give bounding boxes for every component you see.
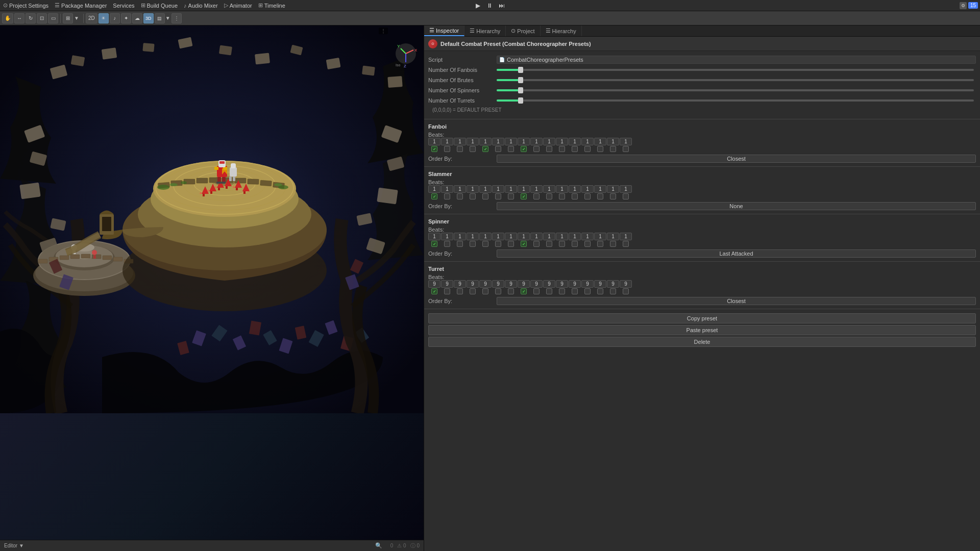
- beat-input[interactable]: 9: [428, 280, 440, 288]
- beat-input[interactable]: 1: [543, 233, 555, 240]
- beat-checkbox[interactable]: ✓: [521, 288, 527, 294]
- beat-checkbox[interactable]: [470, 146, 476, 152]
- beat-input[interactable]: 1: [467, 185, 479, 193]
- turret-order-value[interactable]: Closest: [497, 297, 976, 305]
- beat-checkbox[interactable]: ✓: [521, 146, 527, 152]
- notification-badge[interactable]: 15: [968, 2, 978, 9]
- beat-checkbox[interactable]: [559, 146, 565, 152]
- copy-preset-button[interactable]: Copy preset: [428, 313, 976, 323]
- beat-input[interactable]: 9: [467, 280, 479, 288]
- beat-input[interactable]: 1: [607, 233, 619, 240]
- beat-input[interactable]: 1: [620, 138, 632, 145]
- play-button[interactable]: ▶: [474, 1, 482, 10]
- beat-checkbox[interactable]: [482, 193, 488, 199]
- beat-checkbox[interactable]: [597, 288, 603, 294]
- beat-checkbox[interactable]: [495, 193, 501, 199]
- beat-checkbox[interactable]: [546, 288, 552, 294]
- beat-checkbox[interactable]: ✓: [521, 241, 527, 247]
- beat-input[interactable]: 1: [441, 233, 453, 240]
- step-button[interactable]: ⏭: [497, 1, 507, 10]
- beat-input[interactable]: 1: [607, 138, 619, 145]
- beat-checkbox[interactable]: [572, 193, 578, 199]
- beat-checkbox[interactable]: [508, 241, 514, 247]
- beat-checkbox[interactable]: [610, 288, 616, 294]
- beat-input[interactable]: 1: [492, 233, 504, 240]
- beat-input[interactable]: 1: [518, 138, 530, 145]
- beat-checkbox[interactable]: [584, 193, 591, 199]
- beat-checkbox[interactable]: [584, 288, 591, 294]
- beat-input[interactable]: 1: [505, 233, 517, 240]
- beat-checkbox[interactable]: [444, 241, 450, 247]
- beat-checkbox[interactable]: [546, 241, 552, 247]
- fx-btn[interactable]: ✦: [121, 13, 131, 23]
- beat-input[interactable]: 1: [518, 233, 530, 240]
- brutes-track[interactable]: [497, 79, 974, 81]
- beat-checkbox[interactable]: ✓: [431, 146, 437, 152]
- move-btn[interactable]: ↔: [14, 13, 24, 23]
- lighting-btn[interactable]: ☀: [99, 13, 109, 23]
- beat-input[interactable]: 1: [543, 138, 555, 145]
- 2d-btn[interactable]: 2D: [86, 13, 97, 23]
- beat-input[interactable]: 1: [569, 233, 581, 240]
- beat-input[interactable]: 1: [530, 138, 543, 145]
- beat-checkbox[interactable]: [482, 241, 488, 247]
- beat-checkbox[interactable]: [559, 241, 565, 247]
- menu-build-queue[interactable]: ⊞ Build Queue: [138, 1, 181, 10]
- beat-input[interactable]: 1: [492, 138, 504, 145]
- beat-input[interactable]: 1: [556, 138, 568, 145]
- transform-local-btn[interactable]: ⊞: [63, 13, 73, 23]
- pause-button[interactable]: ⏸: [484, 1, 495, 10]
- beat-input[interactable]: 1: [594, 138, 606, 145]
- beat-input[interactable]: 9: [530, 280, 543, 288]
- beat-input[interactable]: 9: [620, 280, 632, 288]
- beat-input[interactable]: 1: [428, 233, 440, 240]
- menu-project-settings[interactable]: ⊙ Project Settings: [0, 1, 52, 10]
- beat-input[interactable]: 1: [556, 233, 568, 240]
- beat-checkbox[interactable]: [457, 288, 463, 294]
- beat-input[interactable]: 9: [594, 280, 606, 288]
- beat-checkbox[interactable]: [533, 288, 540, 294]
- beat-checkbox[interactable]: [444, 288, 450, 294]
- beat-input[interactable]: 1: [543, 185, 555, 193]
- beat-input[interactable]: 1: [479, 233, 492, 240]
- beat-checkbox[interactable]: [508, 288, 514, 294]
- beat-input[interactable]: 1: [569, 185, 581, 193]
- menu-package-manager[interactable]: ☰ Package Manager: [52, 1, 110, 10]
- beat-checkbox[interactable]: [533, 146, 540, 152]
- beat-checkbox[interactable]: [623, 288, 629, 294]
- beat-checkbox[interactable]: [533, 193, 540, 199]
- beat-input[interactable]: 9: [569, 280, 581, 288]
- beat-checkbox[interactable]: [508, 146, 514, 152]
- beat-input[interactable]: 1: [479, 185, 492, 193]
- beat-input[interactable]: 1: [467, 138, 479, 145]
- beat-input[interactable]: 1: [479, 138, 492, 145]
- more-options-btn[interactable]: ⋮: [172, 13, 182, 23]
- tab-inspector[interactable]: ☰ Inspector: [424, 26, 464, 36]
- beat-input[interactable]: 1: [505, 138, 517, 145]
- rect-btn[interactable]: ▭: [48, 13, 58, 23]
- settings-button[interactable]: ⚙: [960, 2, 967, 9]
- beat-checkbox[interactable]: [444, 193, 450, 199]
- beat-input[interactable]: 9: [479, 280, 492, 288]
- beat-input[interactable]: 1: [569, 138, 581, 145]
- beat-input[interactable]: 9: [581, 280, 594, 288]
- menu-audio-mixer[interactable]: ♪ Audio Mixer: [181, 2, 221, 10]
- beat-checkbox[interactable]: [546, 146, 552, 152]
- paste-preset-button[interactable]: Paste preset: [428, 325, 976, 335]
- beat-input[interactable]: 1: [454, 138, 466, 145]
- menu-animator[interactable]: ▷ Animator: [221, 1, 255, 10]
- beat-input[interactable]: 1: [581, 185, 594, 193]
- beat-input[interactable]: 9: [441, 280, 453, 288]
- fanbois-track[interactable]: [497, 69, 974, 71]
- transform-handle-btn[interactable]: ✋: [2, 13, 13, 23]
- beat-input[interactable]: 1: [594, 185, 606, 193]
- delete-button[interactable]: Delete: [428, 337, 976, 347]
- beat-input[interactable]: 1: [428, 138, 440, 145]
- beat-input[interactable]: 1: [594, 233, 606, 240]
- beat-checkbox[interactable]: [572, 241, 578, 247]
- slammer-order-value[interactable]: None: [497, 202, 976, 210]
- spinners-handle[interactable]: [518, 87, 523, 93]
- beat-input[interactable]: 9: [454, 280, 466, 288]
- audio-btn[interactable]: ♪: [110, 13, 120, 23]
- view-options-btn[interactable]: ▤: [155, 13, 165, 23]
